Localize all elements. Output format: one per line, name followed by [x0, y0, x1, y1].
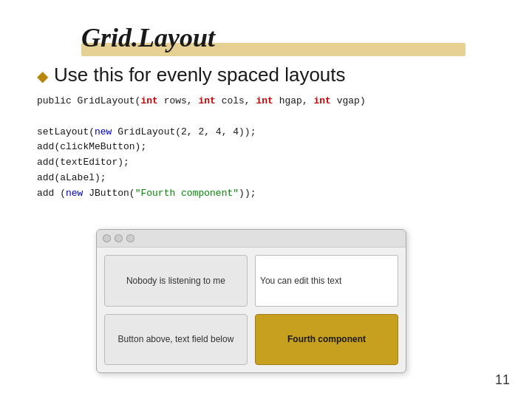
traffic-light-red: [103, 234, 111, 242]
cell-button-1[interactable]: Nobody is listening to me: [104, 255, 248, 307]
traffic-light-green: [126, 234, 134, 242]
code-line-4: add(clickMeButton);: [37, 140, 495, 155]
code-line-1: public GridLayout(int rows, int cols, in…: [37, 94, 495, 109]
code-line-5: add(textEditor);: [37, 155, 495, 171]
cell-textfield[interactable]: You can edit this text: [255, 255, 398, 307]
cell-fourth-label: Fourth component: [287, 334, 366, 344]
traffic-light-yellow: [115, 234, 123, 242]
code-line-6: add(aLabel);: [37, 171, 495, 186]
slide: Grid.Layout ◆ Use this for evenly spaced…: [0, 0, 532, 399]
cell-textfield-label: You can edit this text: [260, 276, 341, 286]
cell-button-1-label: Nobody is listening to me: [126, 276, 225, 286]
bullet-text: Use this for evenly spaced layouts: [54, 64, 346, 86]
window-demo: Nobody is listening to me You can edit t…: [96, 229, 406, 373]
window-grid: Nobody is listening to me You can edit t…: [97, 248, 406, 372]
cell-button-2[interactable]: Button above, text field below: [104, 314, 248, 366]
bullet-diamond: ◆: [37, 67, 48, 85]
window-titlebar: [97, 230, 406, 248]
code-line-3: setLayout(new GridLayout(2, 2, 4, 4));: [37, 125, 495, 140]
code-block: public GridLayout(int rows, int cols, in…: [37, 94, 495, 202]
page-number: 11: [495, 372, 510, 388]
code-line-blank: [37, 109, 495, 125]
code-line-7: add (new JButton("Fourth component"));: [37, 186, 495, 202]
bullet-item: ◆ Use this for evenly spaced layouts: [37, 64, 495, 86]
cell-fourth-button[interactable]: Fourth component: [255, 314, 398, 366]
cell-button-2-label: Button above, text field below: [118, 334, 234, 344]
